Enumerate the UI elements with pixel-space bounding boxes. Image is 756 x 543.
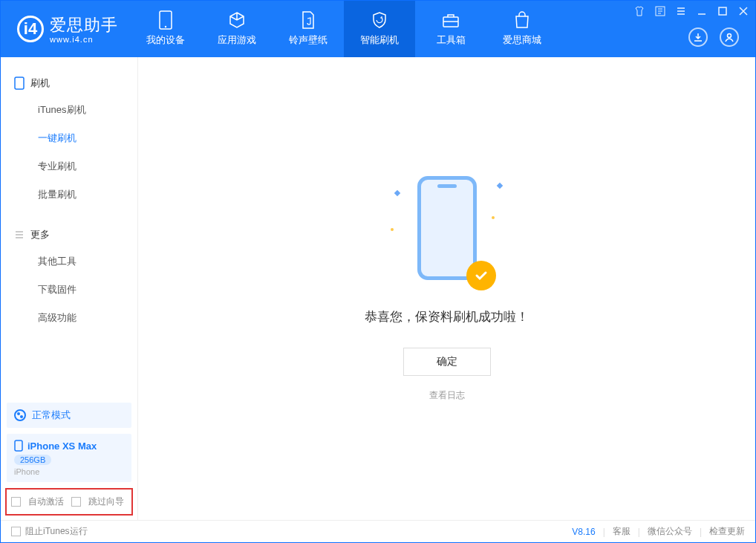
- sidebar-head-more: 更多: [1, 222, 137, 247]
- main-tabs: 我的设备 应用游戏 铃声壁纸 智能刷机 工具箱 爱思商城: [130, 1, 558, 57]
- svg-point-1: [165, 26, 166, 27]
- sidebar-head-flash: 刷机: [1, 71, 137, 96]
- user-controls: [688, 27, 739, 47]
- sidebar-item-pro-flash[interactable]: 专业刷机: [1, 152, 137, 181]
- sidebar-item-download-firmware[interactable]: 下载固件: [1, 276, 137, 304]
- cube-icon: [228, 11, 246, 29]
- phone-icon: [14, 77, 25, 90]
- tab-my-device[interactable]: 我的设备: [130, 1, 201, 57]
- block-itunes-label: 阻止iTunes运行: [25, 525, 88, 538]
- device-type-label: iPhone: [14, 467, 124, 476]
- checkbox-block-itunes[interactable]: [11, 527, 21, 536]
- skip-guide-label: 跳过向导: [88, 495, 124, 508]
- view-log-link[interactable]: 查看日志: [429, 389, 465, 402]
- minimize-button[interactable]: [696, 5, 708, 17]
- sidebar-section-flash: 刷机 iTunes刷机 一键刷机 专业刷机 批量刷机: [1, 57, 137, 209]
- app-header: i4 爱思助手 www.i4.cn 我的设备 应用游戏 铃声壁纸 智能刷机 工具…: [1, 1, 755, 57]
- download-button[interactable]: [688, 27, 708, 47]
- app-body: 刷机 iTunes刷机 一键刷机 专业刷机 批量刷机 更多 其他工具 下载固件 …: [1, 57, 755, 520]
- tab-ringtones-wallpapers[interactable]: 铃声壁纸: [273, 1, 344, 57]
- svg-point-5: [728, 34, 731, 38]
- device-panel: 正常模式 iPhone XS Max 256GB iPhone 自动激活 跳过向…: [1, 397, 137, 520]
- device-mode-row[interactable]: 正常模式: [7, 403, 131, 428]
- version-label: V8.16: [572, 527, 595, 537]
- user-button[interactable]: [720, 27, 739, 47]
- app-name: 爱思助手: [50, 14, 118, 36]
- close-button[interactable]: [737, 5, 749, 17]
- sidebar-section-more: 更多 其他工具 下载固件 高级功能: [1, 209, 137, 332]
- logo-area: i4 爱思助手 www.i4.cn: [1, 14, 130, 44]
- sidebar-item-batch-flash[interactable]: 批量刷机: [1, 181, 137, 209]
- sidebar-item-oneclick-flash[interactable]: 一键刷机: [1, 124, 137, 152]
- options-row: 自动激活 跳过向导: [5, 488, 133, 516]
- wechat-link[interactable]: 微信公众号: [648, 525, 692, 538]
- sidebar: 刷机 iTunes刷机 一键刷机 专业刷机 批量刷机 更多 其他工具 下载固件 …: [1, 57, 138, 520]
- maximize-button[interactable]: [717, 5, 729, 17]
- phone-small-icon: [14, 440, 23, 452]
- success-message: 恭喜您，保资料刷机成功啦！: [365, 308, 529, 325]
- customer-service-link[interactable]: 客服: [613, 525, 630, 538]
- checkbox-skip-guide[interactable]: [71, 497, 81, 507]
- device-name-label: iPhone XS Max: [27, 440, 97, 452]
- svg-rect-4: [719, 7, 726, 15]
- device-info-row[interactable]: iPhone XS Max 256GB iPhone: [7, 434, 131, 482]
- tab-toolbox[interactable]: 工具箱: [415, 1, 486, 57]
- check-badge-icon: [466, 261, 496, 290]
- check-update-link[interactable]: 检查更新: [709, 525, 745, 538]
- tab-store[interactable]: 爱思商城: [486, 1, 558, 57]
- auto-activate-label: 自动激活: [28, 495, 64, 508]
- device-icon: [157, 11, 175, 29]
- sidebar-item-other-tools[interactable]: 其他工具: [1, 247, 137, 276]
- mode-icon: [14, 409, 26, 421]
- sidebar-item-itunes-flash[interactable]: iTunes刷机: [1, 96, 137, 124]
- shield-refresh-icon: [371, 11, 388, 29]
- svg-rect-7: [15, 440, 22, 451]
- svg-rect-6: [15, 77, 24, 89]
- music-file-icon: [299, 11, 317, 29]
- shopping-bag-icon: [513, 11, 531, 29]
- tab-smart-flash[interactable]: 智能刷机: [344, 1, 415, 57]
- logo-icon: i4: [17, 16, 44, 42]
- shirt-icon[interactable]: [633, 5, 645, 17]
- list-icon: [14, 230, 25, 240]
- ok-button[interactable]: 确定: [403, 348, 491, 376]
- main-content: 恭喜您，保资料刷机成功啦！ 确定 查看日志: [138, 57, 755, 520]
- sidebar-item-advanced[interactable]: 高级功能: [1, 304, 137, 332]
- tab-apps-games[interactable]: 应用游戏: [201, 1, 273, 57]
- device-mode-label: 正常模式: [32, 409, 71, 422]
- feedback-icon[interactable]: [654, 5, 666, 17]
- window-controls: [633, 5, 749, 17]
- toolbox-icon: [442, 11, 460, 29]
- menu-icon[interactable]: [675, 5, 687, 17]
- success-illustration: [403, 176, 492, 295]
- checkbox-auto-activate[interactable]: [11, 497, 21, 507]
- device-capacity-badge: 256GB: [14, 455, 51, 465]
- status-bar: 阻止iTunes运行 V8.16 | 客服 | 微信公众号 | 检查更新: [1, 520, 755, 542]
